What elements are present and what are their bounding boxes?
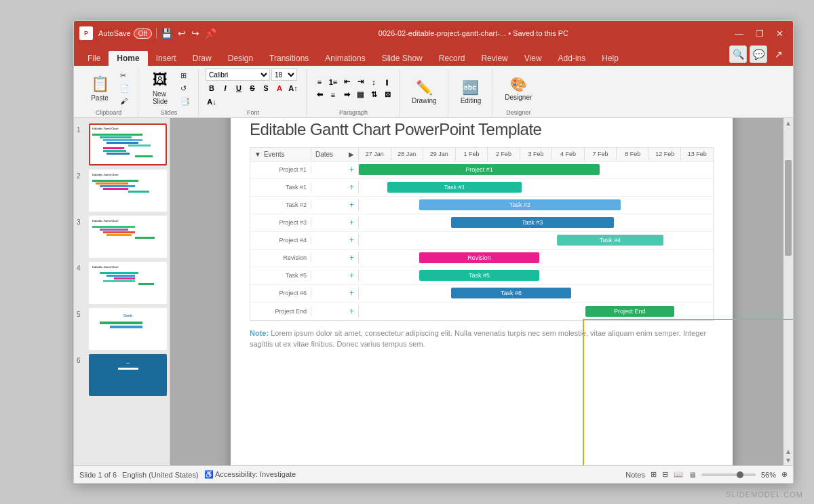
shadow-button[interactable]: S: [260, 82, 272, 94]
align-right-button[interactable]: ➡: [341, 89, 353, 101]
bar-task5[interactable]: Task #5: [419, 270, 539, 281]
tab-review[interactable]: Review: [473, 51, 516, 66]
indent-decrease-button[interactable]: ⇤: [341, 76, 353, 88]
tab-insert[interactable]: Insert: [148, 51, 185, 66]
paragraph-label: Paragraph: [339, 109, 368, 116]
tab-record[interactable]: Record: [431, 51, 473, 66]
row-plus-project4[interactable]: +: [349, 235, 354, 245]
format-painter-button[interactable]: 🖌: [117, 96, 132, 106]
zoom-slider[interactable]: [701, 473, 756, 476]
bar-projectend[interactable]: Project End: [585, 306, 674, 317]
undo-icon[interactable]: ↩: [178, 28, 186, 39]
slide-thumbnail-1[interactable]: 1 Editable Gantt Chart: [77, 123, 167, 166]
text-direction-button[interactable]: ⇅: [368, 89, 380, 101]
bullet-list-button[interactable]: ≡: [313, 76, 326, 88]
font-size-increase-button[interactable]: A↑: [287, 82, 299, 94]
slide-info: Slide 1 of 6: [79, 471, 117, 479]
indent-increase-button[interactable]: ⇥: [354, 76, 366, 88]
bar-task1[interactable]: Task #1: [387, 182, 522, 193]
designer-button[interactable]: 🎨 Designer: [499, 73, 537, 104]
row-timeline-task2: Task #2: [359, 196, 713, 214]
row-plus-task1[interactable]: +: [349, 182, 354, 192]
tab-animations[interactable]: Animations: [317, 51, 373, 66]
restore-button[interactable]: ❐: [752, 27, 768, 40]
ribbon-group-clipboard: 📋 Paste ✂ 📄 🖌 Clipboard: [79, 69, 138, 117]
scroll-down-sm-arrow[interactable]: ▲: [785, 448, 792, 455]
columns-button[interactable]: ⫿: [381, 76, 393, 88]
paste-icon: 📋: [91, 75, 109, 93]
numbered-list-button[interactable]: 1≡: [327, 76, 339, 88]
scroll-up-arrow[interactable]: ▲: [785, 119, 792, 127]
row-plus-project3[interactable]: +: [349, 218, 354, 227]
comment-icon[interactable]: 💬: [750, 45, 767, 63]
font-color-button[interactable]: A: [273, 82, 286, 94]
close-button[interactable]: ✕: [772, 27, 788, 40]
gantt-row-task1: Task #1 + Task #1: [250, 179, 713, 197]
tab-transitions[interactable]: Transitions: [261, 51, 317, 66]
tab-addins[interactable]: Add-ins: [550, 51, 594, 66]
italic-button[interactable]: I: [219, 82, 231, 94]
autosave-toggle[interactable]: Off: [134, 28, 152, 39]
paste-button[interactable]: 📋 Paste: [85, 73, 115, 104]
minimize-button[interactable]: —: [731, 27, 748, 40]
reset-button[interactable]: ↺: [178, 83, 193, 94]
section-button[interactable]: 📑: [178, 96, 193, 107]
zoom-thumb[interactable]: [737, 471, 743, 478]
font-family-select[interactable]: Calibri: [206, 69, 270, 81]
new-slide-button[interactable]: 🖼 NewSlide: [145, 69, 175, 108]
tab-home[interactable]: Home: [109, 51, 147, 66]
row-plus-project6[interactable]: +: [349, 288, 354, 298]
slide-thumbnail-5[interactable]: 5 Gantt: [77, 308, 167, 350]
tab-design[interactable]: Design: [220, 51, 261, 66]
bold-button[interactable]: B: [206, 82, 218, 94]
strikethrough-button[interactable]: S: [246, 82, 258, 94]
row-timeline-project1: Project #1: [359, 161, 713, 178]
editing-button[interactable]: 🔤 Editing: [455, 77, 487, 107]
presenter-view-button[interactable]: 🖥: [689, 471, 696, 479]
tab-help[interactable]: Help: [594, 51, 627, 66]
bar-task6[interactable]: Task #6: [451, 288, 571, 298]
drawing-button[interactable]: ✏️ Drawing: [406, 77, 442, 107]
tab-slideshow[interactable]: Slide Show: [374, 51, 431, 66]
bar-revision[interactable]: Revision: [419, 252, 539, 263]
redo-icon[interactable]: ↪: [191, 28, 199, 39]
align-center-button[interactable]: ≡: [327, 89, 339, 101]
font-size-select[interactable]: 18: [271, 69, 297, 81]
search-icon[interactable]: 🔍: [729, 45, 747, 63]
row-plus-task5[interactable]: +: [349, 271, 354, 280]
save-icon[interactable]: 💾: [161, 28, 172, 39]
slide-thumbnail-4[interactable]: 4 Editable Gantt Chart: [77, 262, 167, 304]
tab-draw[interactable]: Draw: [185, 51, 220, 66]
fit-slide-button[interactable]: ⊕: [781, 470, 788, 479]
tab-file[interactable]: File: [79, 51, 109, 66]
align-left-button[interactable]: ⬅: [313, 89, 326, 101]
font-size-decrease-button[interactable]: A↓: [206, 96, 218, 108]
reading-view-button[interactable]: 📖: [674, 470, 683, 479]
slide-thumbnail-3[interactable]: 3 Editable Gantt Chart: [77, 216, 167, 258]
share-icon[interactable]: ↗: [770, 45, 788, 63]
cut-button[interactable]: ✂: [117, 70, 132, 81]
justify-button[interactable]: ▤: [354, 89, 366, 101]
scroll-down-lg-arrow[interactable]: ▼: [785, 457, 792, 464]
customize-icon[interactable]: 📌: [205, 28, 216, 39]
copy-button[interactable]: 📄: [117, 83, 132, 94]
layout-button[interactable]: ⊞: [178, 70, 193, 81]
bar-task3[interactable]: Task #3: [451, 217, 614, 228]
smart-art-button[interactable]: ⊠: [381, 89, 393, 101]
tab-view[interactable]: View: [516, 51, 550, 66]
underline-button[interactable]: U: [233, 82, 245, 94]
normal-view-button[interactable]: ⊞: [651, 470, 657, 479]
line-spacing-button[interactable]: ↕: [368, 76, 380, 88]
bar-task4[interactable]: Task #4: [557, 235, 663, 246]
slide-num-3: 3: [77, 216, 86, 226]
row-plus-project1[interactable]: +: [349, 165, 354, 174]
bar-task2[interactable]: Task #2: [419, 199, 621, 210]
row-plus-revision[interactable]: +: [349, 253, 354, 263]
notes-button[interactable]: Notes: [625, 471, 645, 479]
bar-project1[interactable]: Project #1: [359, 164, 600, 175]
row-plus-task2[interactable]: +: [349, 200, 354, 210]
slide-sorter-button[interactable]: ⊟: [662, 470, 668, 479]
slide-thumbnail-2[interactable]: 2 Editable Gantt Chart: [77, 170, 167, 212]
slide-thumbnail-6[interactable]: 6 —: [77, 354, 167, 396]
row-plus-projectend[interactable]: +: [349, 307, 354, 316]
